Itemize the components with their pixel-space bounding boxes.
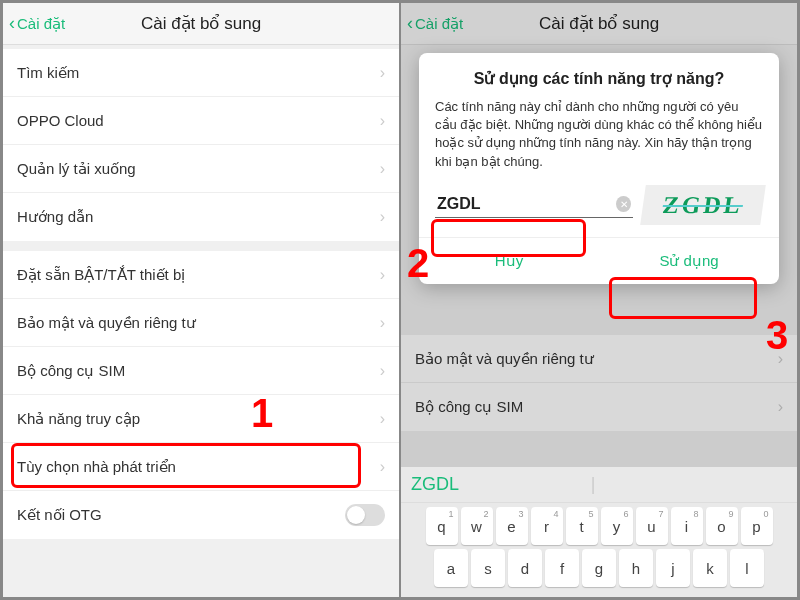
cancel-button[interactable]: Hủy	[419, 238, 599, 284]
key-i[interactable]: i8	[671, 507, 703, 545]
key-h[interactable]: h	[619, 549, 653, 587]
chevron-right-icon: ›	[380, 160, 385, 178]
back-button[interactable]: ‹ Cài đặt	[9, 13, 65, 34]
key-p[interactable]: p0	[741, 507, 773, 545]
chevron-right-icon: ›	[380, 208, 385, 226]
settings-list: Tìm kiếm›OPPO Cloud›Quản lý tải xuống›Hư…	[3, 49, 399, 539]
confirm-button[interactable]: Sử dụng	[599, 238, 779, 284]
key-l[interactable]: l	[730, 549, 764, 587]
chevron-right-icon: ›	[380, 362, 385, 380]
back-label: Cài đặt	[17, 15, 65, 33]
list-item[interactable]: Tùy chọn nhà phát triển›	[3, 443, 399, 491]
chevron-right-icon: ›	[380, 314, 385, 332]
header: ‹ Cài đặt Cài đặt bổ sung	[3, 3, 399, 45]
captcha-input-wrapper: ✕	[435, 191, 633, 218]
dialog-title: Sử dụng các tính năng trợ năng?	[435, 69, 763, 88]
key-w[interactable]: w2	[461, 507, 493, 545]
chevron-right-icon: ›	[380, 112, 385, 130]
soft-keyboard: ZGDL | q1w2e3r4t5y6u7i8o9p0 asdfghjkl	[401, 467, 797, 597]
key-s[interactable]: s	[471, 549, 505, 587]
dialog-message: Các tính năng này chỉ dành cho những ngư…	[435, 98, 763, 171]
chevron-right-icon: ›	[380, 410, 385, 428]
list-item[interactable]: Bộ công cụ SIM›	[3, 347, 399, 395]
keyboard-suggestion[interactable]: ZGDL	[411, 474, 459, 495]
chevron-right-icon: ›	[380, 458, 385, 476]
key-g[interactable]: g	[582, 549, 616, 587]
key-r[interactable]: r4	[531, 507, 563, 545]
key-y[interactable]: y6	[601, 507, 633, 545]
list-item[interactable]: Bảo mật và quyền riêng tư›	[3, 299, 399, 347]
key-q[interactable]: q1	[426, 507, 458, 545]
captcha-input[interactable]	[437, 195, 616, 213]
list-item[interactable]: Quản lý tải xuống›	[3, 145, 399, 193]
key-d[interactable]: d	[508, 549, 542, 587]
toggle-switch[interactable]	[345, 504, 385, 526]
key-t[interactable]: t5	[566, 507, 598, 545]
chevron-right-icon: ›	[380, 64, 385, 82]
chevron-right-icon: ›	[380, 266, 385, 284]
captcha-image: ZGDL	[640, 185, 766, 225]
key-u[interactable]: u7	[636, 507, 668, 545]
list-item[interactable]: Đặt sẵn BẬT/TẮT thiết bị›	[3, 251, 399, 299]
list-item[interactable]: Hướng dẫn›	[3, 193, 399, 241]
keyboard-suggestion-bar: ZGDL |	[401, 467, 797, 503]
list-item[interactable]: Khả năng truy cập›	[3, 395, 399, 443]
clear-icon[interactable]: ✕	[616, 196, 631, 212]
list-item[interactable]: Kết nối OTG	[3, 491, 399, 539]
list-item[interactable]: Tìm kiếm›	[3, 49, 399, 97]
key-a[interactable]: a	[434, 549, 468, 587]
key-f[interactable]: f	[545, 549, 579, 587]
chevron-left-icon: ‹	[9, 13, 15, 34]
accessibility-dialog: Sử dụng các tính năng trợ năng? Các tính…	[419, 53, 779, 284]
key-o[interactable]: o9	[706, 507, 738, 545]
key-k[interactable]: k	[693, 549, 727, 587]
key-j[interactable]: j	[656, 549, 690, 587]
key-e[interactable]: e3	[496, 507, 528, 545]
list-item[interactable]: OPPO Cloud›	[3, 97, 399, 145]
